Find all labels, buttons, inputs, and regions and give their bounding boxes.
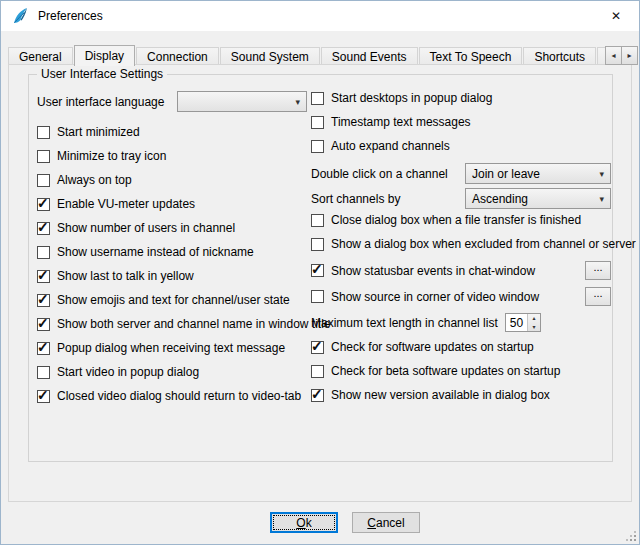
checkbox[interactable]	[311, 214, 324, 227]
double-click-combo-value: Join or leave	[472, 167, 540, 181]
right-checkbox-list-mid: Close dialog box when a file transfer is…	[311, 213, 611, 251]
statusbar-events-more-button[interactable]: ...	[585, 261, 611, 280]
tab-bar: General Display Connection Sound System …	[8, 45, 608, 66]
statusbar-events-row[interactable]: Show statusbar events in chat-window ...	[311, 261, 611, 280]
checkbox-row[interactable]: Enable VU-meter updates	[37, 197, 307, 211]
chevron-down-icon: ▾	[593, 194, 604, 204]
language-row: User interface language ▾	[37, 91, 307, 112]
resize-grip[interactable]	[624, 529, 637, 542]
sort-channels-label: Sort channels by	[311, 192, 465, 206]
app-icon	[11, 7, 29, 25]
double-click-combo[interactable]: Join or leave ▾	[465, 163, 611, 184]
right-checkbox-list-bottom: Check for software updates on startup Ch…	[311, 340, 611, 402]
checkbox-label: Minimize to tray icon	[57, 149, 166, 163]
checkbox[interactable]	[311, 389, 324, 402]
checkbox[interactable]	[37, 126, 50, 139]
checkbox-label: Show statusbar events in chat-window	[331, 264, 535, 278]
checkbox-row[interactable]: Check for software updates on startup	[311, 340, 611, 354]
checkbox[interactable]	[37, 342, 50, 355]
checkbox-row[interactable]: Auto expand channels	[311, 139, 611, 153]
checkbox[interactable]	[311, 238, 324, 251]
checkbox-row[interactable]: Timestamp text messages	[311, 115, 611, 129]
close-button[interactable]: ✕	[593, 1, 639, 31]
left-column: User interface language ▾ Start minimize…	[37, 91, 307, 413]
max-text-length-label: Maximum text length in channel list	[311, 316, 498, 330]
checkbox-label: Show source in corner of video window	[331, 290, 539, 304]
chevron-down-icon: ▾	[593, 169, 604, 179]
checkbox-label: Show last to talk in yellow	[57, 269, 194, 283]
checkbox-label: Check for beta software updates on start…	[331, 364, 560, 378]
checkbox-row[interactable]: Always on top	[37, 173, 307, 187]
checkbox-row[interactable]: Popup dialog when receiving text message	[37, 341, 307, 355]
checkbox-row[interactable]: Start minimized	[37, 125, 307, 139]
checkbox-label: Auto expand channels	[331, 139, 450, 153]
checkbox-label: Show a dialog box when excluded from cha…	[331, 237, 636, 251]
checkbox[interactable]	[311, 341, 324, 354]
tab-scroll-control: ◂ ▸	[606, 46, 638, 65]
ok-button[interactable]: Ok	[270, 512, 338, 533]
checkbox-row[interactable]: Show last to talk in yellow	[37, 269, 307, 283]
titlebar[interactable]: Preferences ✕	[1, 1, 639, 31]
checkbox[interactable]	[311, 264, 324, 277]
checkbox-label: Always on top	[57, 173, 132, 187]
checkbox-row[interactable]: Close dialog box when a file transfer is…	[311, 213, 611, 227]
video-source-more-button[interactable]: ...	[585, 287, 611, 306]
checkbox-row[interactable]: Show emojis and text for channel/user st…	[37, 293, 307, 307]
checkbox-label: Show number of users in channel	[57, 221, 235, 235]
checkbox-row[interactable]: Show username instead of nickname	[37, 245, 307, 259]
checkbox-row[interactable]: Show both server and channel name in win…	[37, 317, 307, 331]
tab-scroll-left-icon[interactable]: ◂	[605, 46, 622, 65]
checkbox[interactable]	[37, 246, 50, 259]
checkbox-row[interactable]: Show a dialog box when excluded from cha…	[311, 237, 611, 251]
checkbox[interactable]	[37, 294, 50, 307]
checkbox-row[interactable]: Minimize to tray icon	[37, 149, 307, 163]
checkbox[interactable]	[311, 116, 324, 129]
checkbox[interactable]	[311, 92, 324, 105]
checkbox-label: Show both server and channel name in win…	[57, 317, 331, 331]
stepper-down-icon[interactable]: ▾	[528, 323, 540, 332]
sort-channels-combo[interactable]: Ascending ▾	[465, 188, 611, 209]
checkbox-label: Check for software updates on startup	[331, 340, 534, 354]
checkbox-row[interactable]: Start video in popup dialog	[37, 365, 307, 379]
tab-scroll-right-icon[interactable]: ▸	[621, 46, 638, 65]
checkbox[interactable]	[311, 365, 324, 378]
language-combo[interactable]: ▾	[177, 91, 307, 112]
checkbox[interactable]	[37, 390, 50, 403]
checkbox[interactable]	[37, 366, 50, 379]
checkbox[interactable]	[37, 222, 50, 235]
sort-channels-combo-value: Ascending	[472, 192, 528, 206]
checkbox-label: Enable VU-meter updates	[57, 197, 195, 211]
checkbox-label: Close dialog box when a file transfer is…	[331, 213, 581, 227]
max-text-length-stepper[interactable]: 50 ▴ ▾	[505, 313, 541, 332]
double-click-row: Double click on a channel Join or leave …	[311, 163, 611, 184]
ui-settings-group: User Interface Settings User interface l…	[28, 74, 613, 462]
checkbox-label: Show username instead of nickname	[57, 245, 254, 259]
checkbox-row[interactable]: Closed video dialog should return to vid…	[37, 389, 307, 403]
max-text-length-row: Maximum text length in channel list 50 ▴…	[311, 313, 611, 332]
group-title: User Interface Settings	[37, 67, 167, 81]
chevron-down-icon: ▾	[289, 97, 300, 107]
left-checkbox-list: Start minimized Minimize to tray icon Al…	[37, 125, 307, 403]
checkbox-row[interactable]: Check for beta software updates on start…	[311, 364, 611, 378]
checkbox[interactable]	[37, 150, 50, 163]
stepper-up-icon[interactable]: ▴	[528, 314, 540, 323]
right-column: Start desktops in popup dialog Timestamp…	[311, 91, 611, 412]
checkbox-row[interactable]: Show number of users in channel	[37, 221, 307, 235]
checkbox-row[interactable]: Start desktops in popup dialog	[311, 91, 611, 105]
checkbox-row[interactable]: Show new version available in dialog box	[311, 388, 611, 402]
checkbox-label: Closed video dialog should return to vid…	[57, 389, 301, 403]
checkbox[interactable]	[37, 318, 50, 331]
tab[interactable]: Display	[74, 45, 135, 66]
checkbox[interactable]	[37, 198, 50, 211]
cancel-button[interactable]: Cancel	[352, 512, 420, 533]
checkbox-label: Start minimized	[57, 125, 140, 139]
checkbox[interactable]	[37, 174, 50, 187]
checkbox-label: Show emojis and text for channel/user st…	[57, 293, 290, 307]
double-click-label: Double click on a channel	[311, 167, 465, 181]
right-checkbox-list-top: Start desktops in popup dialog Timestamp…	[311, 91, 611, 153]
checkbox[interactable]	[37, 270, 50, 283]
video-source-row[interactable]: Show source in corner of video window ..…	[311, 287, 611, 306]
checkbox[interactable]	[311, 140, 324, 153]
window-title: Preferences	[38, 9, 103, 23]
checkbox[interactable]	[311, 290, 324, 303]
